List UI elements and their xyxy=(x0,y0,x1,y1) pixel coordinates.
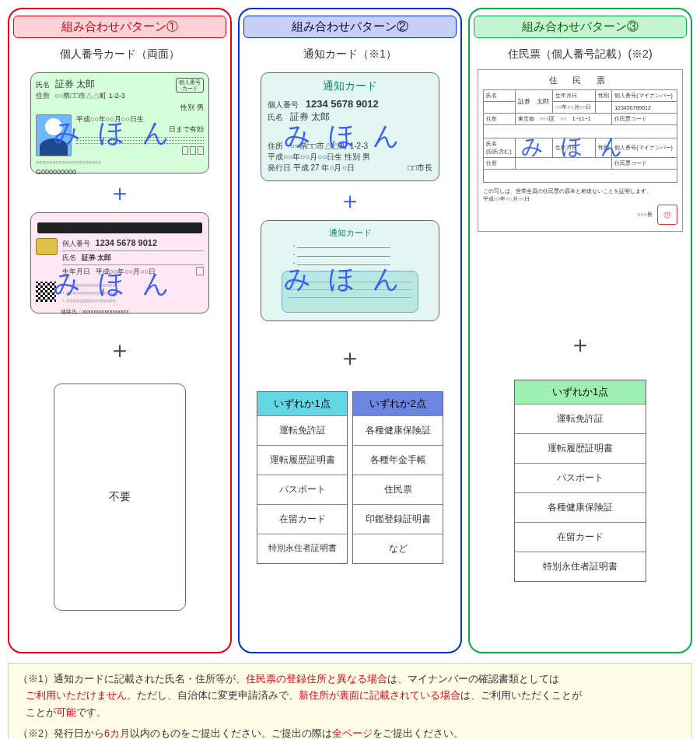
card-badge: 個人番号 カード xyxy=(176,78,204,93)
value: 証券 太郎 xyxy=(290,111,330,122)
title: 住 民 票 xyxy=(483,75,677,86)
doc-item: など xyxy=(353,534,443,563)
label: 住所 xyxy=(36,92,50,100)
docbox-head: いずれか2点 xyxy=(353,392,443,415)
pattern-1-panel: 組み合わせパターン① 個人番号カード（両面） 氏名 証券 太郎 住所 ○○県□□… xyxy=(8,8,232,653)
doc-item: 運転免許証 xyxy=(257,415,347,445)
doc-item: 各種健康保険証 xyxy=(515,492,646,522)
plus-icon: ＋ xyxy=(569,333,592,356)
mynumber-card-back: 個人番号 1234 5678 9012 氏名 証券 太郎 生年月日 平成○○年○… xyxy=(30,212,209,313)
panel-subtitle: 個人番号カード（両面） xyxy=(60,47,180,61)
value: 証券 太郎 xyxy=(55,79,95,89)
magstripe-icon xyxy=(37,222,202,233)
label: 氏名 xyxy=(62,254,76,261)
doc-item: 各種年金手帳 xyxy=(353,445,443,475)
card-title: 通知カード xyxy=(268,79,432,93)
photo-icon xyxy=(36,114,72,156)
dob: 平成○○年○○月○○日生 性別 男 xyxy=(268,152,432,163)
label: 個人番号 xyxy=(62,240,90,247)
value: ○○県□□市△△町 1-2-3 xyxy=(55,92,125,100)
plus-icon: ＋ xyxy=(338,346,362,370)
doc-item: 印鑑登録証明書 xyxy=(353,504,443,534)
date: 平成○○年○○月○○日 xyxy=(483,195,677,203)
doc-item: 住民票 xyxy=(353,475,443,504)
value: 平成○○年○○月○○日 xyxy=(96,268,156,275)
panel-title: 組み合わせパターン② xyxy=(243,16,457,38)
panel-title: 組み合わせパターン③ xyxy=(474,16,687,38)
footnotes: （※1）通知カードに記載された氏名・住所等が、住民票の登録住所と異なる場合は、マ… xyxy=(8,663,692,739)
issuer: ○○○長 xyxy=(637,211,653,219)
pattern-3-panel: 組み合わせパターン③ 住民票（個人番号記載）(※2) 住 民 票 氏名証券 太郎… xyxy=(468,8,692,653)
valid: 日まで有効 xyxy=(76,124,204,135)
docbox-any1-green: いずれか1点 運転免許証 運転履歴証明書 パスポート 各種健康保険証 在留カード… xyxy=(514,380,646,582)
cert: この写しは、世帯全員の住民票の原本と相違ないことを証明します。 xyxy=(483,187,677,195)
docbox-head: いずれか1点 xyxy=(515,380,646,404)
doc-item: 在留カード xyxy=(257,504,347,534)
doc-item: 運転履歴証明書 xyxy=(257,445,347,475)
pattern-2-panel: 組み合わせパターン② 通知カード（※1） 通知カード 個人番号 1234 567… xyxy=(238,8,462,653)
value: 1234 5678 9012 xyxy=(306,98,379,110)
juminhyo-table: 氏名証券 太郎生年月日性別個人番号(マイナンバー) ○○年○○月○○日12345… xyxy=(483,89,677,183)
pattern-columns: 組み合わせパターン① 個人番号カード（両面） 氏名 証券 太郎 住所 ○○県□□… xyxy=(8,8,692,653)
mayor: □□市長 xyxy=(408,163,432,173)
not-required-box: 不要 xyxy=(54,384,186,611)
doc-item: 特別永住者証明書 xyxy=(257,534,347,562)
value: 証券 太郎 xyxy=(82,254,112,261)
label: 住所 xyxy=(268,142,283,150)
doc-item: 各種健康保険証 xyxy=(353,415,443,445)
seal-icon: ㊞ xyxy=(657,205,677,225)
tsuchi-card-back: 通知カード ・・・ みほん xyxy=(261,220,439,321)
doc-item: 運転履歴証明書 xyxy=(515,433,646,463)
contact: 連絡先：xxxxxxxxxxxxxxxxx xyxy=(61,308,204,316)
docbox-head: いずれか1点 xyxy=(257,392,347,415)
note-2: （※2）発行日から6カ月以内のものをご提出ください。ご提出の際は全ページをご提出… xyxy=(18,726,682,739)
qr-icon xyxy=(36,282,56,302)
label: 個人番号 xyxy=(268,100,299,109)
plus-icon: ＋ xyxy=(108,181,131,205)
doc-item: パスポート xyxy=(257,475,347,504)
juminhyo-sample: 住 民 票 氏名証券 太郎生年月日性別個人番号(マイナンバー) ○○年○○月○○… xyxy=(478,69,683,232)
tsuchi-card-front: 通知カード 個人番号 1234 5678 9012 氏名 証券 太郎 住所 ○○… xyxy=(261,72,439,181)
mynumber-card-front: 氏名 証券 太郎 住所 ○○県□□市△△町 1-2-3 個人番号 カード 性別 … xyxy=(30,72,209,173)
doc-item: 特別永住者証明書 xyxy=(515,552,646,581)
value: 1234 5678 9012 xyxy=(96,238,158,247)
doc-item: 運転免許証 xyxy=(515,404,646,433)
plus-icon: ＋ xyxy=(108,338,131,362)
chip-icon xyxy=(36,238,58,255)
value: ○○県□□市△△町 1-2-3 xyxy=(290,142,368,150)
doc-item: パスポート xyxy=(515,463,646,492)
panel-title: 組み合わせパターン① xyxy=(13,16,226,38)
docbox-any1: いずれか1点 運転免許証 運転履歴証明書 パスポート 在留カード 特別永住者証明… xyxy=(257,391,348,564)
sex: 性別 男 xyxy=(36,103,204,113)
issue: 発行日 平成 27 年○月○日 xyxy=(268,163,355,173)
panel-subtitle: 住民票（個人番号記載）(※2) xyxy=(508,47,652,61)
serial: G000000000 xyxy=(36,168,204,176)
label: 生年月日 xyxy=(62,268,90,275)
dob: 平成○○年○○月○○日生 xyxy=(76,114,204,124)
label: 氏名 xyxy=(36,81,50,89)
panel-subtitle: 通知カード（※1） xyxy=(303,47,397,61)
note-1: （※1）通知カードに記載された氏名・住所等が、住民票の登録住所と異なる場合は、マ… xyxy=(18,671,682,721)
docbox-group: いずれか1点 運転免許証 運転履歴証明書 パスポート 在留カード 特別永住者証明… xyxy=(257,391,443,564)
label: 氏名 xyxy=(268,113,283,121)
doc-item: 在留カード xyxy=(515,522,646,552)
card-title: 通知カード xyxy=(268,227,432,239)
docbox-any2: いずれか2点 各種健康保険証 各種年金手帳 住民票 印鑑登録証明書 など xyxy=(352,391,443,564)
plus-icon: ＋ xyxy=(338,189,362,212)
